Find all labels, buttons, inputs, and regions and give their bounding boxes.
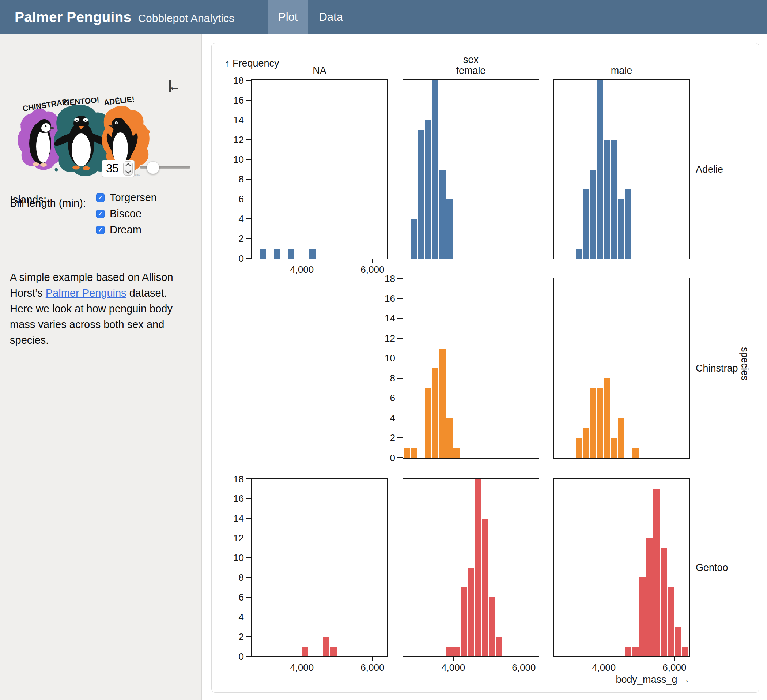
checkbox-dream[interactable]: ✓ (96, 226, 105, 234)
facet-row-label-gentoo: Gentoo (696, 562, 728, 573)
x-tick-mark (603, 657, 604, 660)
checkbox-biscoe[interactable]: ✓ (96, 210, 105, 218)
histogram-bar (625, 647, 632, 657)
plot-card: 0246810121416180246810121416180246810121… (211, 43, 759, 693)
facet-column-label-female: female (403, 65, 539, 76)
checkbox-torgersen[interactable]: ✓ (96, 193, 105, 202)
histogram-bar (439, 170, 446, 259)
tab-data[interactable]: Data (308, 0, 353, 34)
y-tick-mark (246, 617, 251, 617)
histogram-bar (323, 637, 329, 657)
bill-length-input[interactable]: 35 (102, 160, 135, 177)
histogram-bar (583, 428, 589, 458)
histogram-bar (454, 647, 460, 657)
histogram-bar (425, 388, 431, 458)
y-tick-label: 10 (376, 352, 395, 364)
facet-panel-adelie-na (251, 79, 388, 259)
app-brand: Palmer Penguins Cobblepot Analytics (14, 9, 234, 25)
histogram-bar (668, 587, 674, 657)
facet-column-group-label: sex (403, 54, 539, 65)
y-tick-mark (246, 258, 251, 258)
x-tick-label: 6,000 (351, 264, 395, 275)
histogram-bar (604, 378, 610, 458)
histogram-bar (632, 647, 639, 657)
y-tick-label: 4 (224, 611, 244, 622)
histogram-bar (597, 80, 603, 258)
histogram-bar (468, 568, 474, 657)
checkbox-torgersen-label: Torgersen (110, 191, 157, 204)
y-tick-label: 0 (224, 253, 244, 264)
histogram-bar (611, 438, 617, 458)
y-tick-label: 8 (224, 174, 244, 185)
facet-row-label-adelie: Adelie (696, 164, 723, 175)
y-tick-mark (246, 100, 251, 100)
y-tick-mark (246, 557, 251, 558)
y-tick-mark (398, 378, 403, 378)
y-tick-label: 0 (224, 651, 244, 662)
y-tick-mark (398, 278, 403, 279)
y-tick-label: 6 (224, 592, 244, 603)
histogram-bar (288, 249, 294, 258)
bill-length-stepper (123, 161, 133, 175)
x-tick-label: 6,000 (351, 662, 395, 673)
histogram-bar (590, 388, 596, 458)
histogram-bar (496, 637, 502, 657)
checkbox-dream-label: Dream (110, 224, 142, 236)
nav-tabs: Plot Data (267, 0, 353, 34)
y-tick-mark (246, 478, 251, 479)
histogram-bar (597, 388, 603, 458)
y-tick-mark (246, 636, 251, 637)
y-tick-mark (246, 518, 251, 518)
histogram-bar (411, 219, 417, 258)
x-tick-label: 4,000 (280, 662, 324, 673)
histogram-bar (682, 647, 688, 657)
y-tick-label: 16 (224, 493, 244, 504)
y-tick-label: 18 (224, 75, 244, 86)
y-tick-mark (398, 397, 403, 398)
facet-panel-adelie-female (403, 79, 539, 259)
y-tick-mark (246, 159, 251, 160)
y-tick-mark (398, 418, 403, 418)
y-tick-mark (246, 120, 251, 120)
histogram-bar (446, 199, 453, 258)
y-tick-mark (246, 656, 251, 657)
y-tick-label: 2 (376, 432, 395, 443)
y-tick-mark (398, 358, 403, 359)
bill-length-slider-handle[interactable] (146, 161, 159, 174)
histogram-bar (640, 577, 646, 657)
check-icon: ✓ (98, 194, 103, 201)
y-tick-label: 10 (224, 154, 244, 165)
x-tick-mark (302, 657, 302, 660)
y-tick-label: 6 (376, 392, 395, 403)
x-tick-label: 4,000 (280, 264, 324, 275)
y-tick-mark (398, 338, 403, 339)
x-tick-label: 4,000 (582, 662, 626, 673)
histogram-bar (618, 199, 624, 258)
tab-plot[interactable]: Plot (267, 0, 308, 34)
y-tick-label: 6 (224, 193, 244, 204)
y-tick-mark (246, 597, 251, 598)
sidebar-description: A simple example based on Allison Horst’… (10, 269, 177, 348)
histogram-bar (411, 448, 417, 458)
y-tick-label: 8 (376, 373, 395, 384)
y-tick-label: 18 (224, 474, 244, 485)
stepper-down-icon[interactable] (125, 168, 131, 174)
islands-label: Islands: (10, 194, 46, 206)
palmer-penguins-link[interactable]: Palmer Penguins (46, 287, 126, 299)
facet-panel-chinstrap-female (403, 277, 539, 459)
histogram-bar (425, 120, 431, 258)
y-tick-label: 12 (376, 333, 395, 344)
sidebar-collapse-button[interactable]: ← (168, 80, 181, 92)
x-tick-mark (674, 657, 675, 660)
y-tick-label: 2 (224, 233, 244, 244)
y-tick-mark (246, 537, 251, 538)
histogram-bar (432, 368, 438, 458)
facet-row-group-label: species (739, 347, 750, 381)
histogram-bar (653, 489, 659, 657)
x-tick-label: 6,000 (652, 662, 697, 673)
y-tick-label: 14 (376, 313, 395, 324)
histogram-bar (404, 448, 410, 458)
x-tick-mark (524, 657, 524, 660)
histogram-bar (583, 190, 589, 258)
island-row-dream: ✓ Dream (96, 224, 142, 236)
